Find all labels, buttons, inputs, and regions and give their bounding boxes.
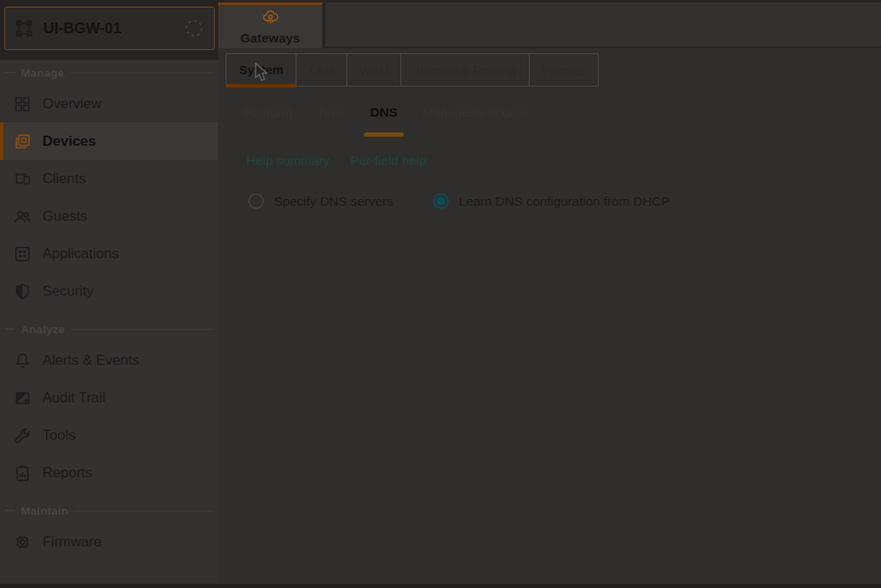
tab-policies[interactable]: Policies: [529, 53, 599, 87]
sidebar-item-label: Firmware: [42, 534, 102, 551]
sidebar-item-label: Security: [42, 283, 93, 300]
reports-clipboard-icon: [13, 464, 32, 482]
tab-gateways-label: Gateways: [241, 31, 301, 45]
main-content: System LAN WAN Tunnels & Routing Policie…: [218, 48, 881, 588]
loading-spinner-icon: [184, 18, 204, 38]
sidebar-item-label: Applications: [42, 246, 119, 262]
radio-label: Specify DNS servers: [274, 194, 393, 209]
clients-icon: [13, 170, 32, 188]
device-selector[interactable]: UI-BGW-01: [4, 7, 215, 50]
sidebar-item-firmware[interactable]: Firmware: [0, 523, 218, 561]
section-divider: [70, 72, 213, 73]
subtab-management-user[interactable]: Management User: [422, 103, 529, 122]
sidebar-item-label: Devices: [42, 133, 96, 150]
section-header-analyze: Analyze: [0, 316, 218, 341]
nav-group-maintain: Firmware: [0, 523, 218, 561]
section-label: Manage: [21, 67, 64, 79]
security-shield-icon: [13, 282, 32, 301]
section-divider: [5, 510, 15, 511]
sidebar-item-label: Clients: [42, 171, 86, 187]
dns-mode-radio-group: Specify DNS servers Learn DNS configurat…: [248, 193, 669, 209]
sidebar-item-devices[interactable]: Devices: [0, 122, 218, 160]
radio-circle-icon: [433, 193, 449, 209]
sidebar-item-label: Reports: [42, 465, 92, 481]
applications-icon: [13, 245, 32, 263]
subtab-platform[interactable]: Platform: [244, 103, 292, 122]
gateway-tabs: System LAN WAN Tunnels & Routing Policie…: [226, 53, 599, 87]
section-header-maintain: Maintain: [0, 498, 218, 523]
bottom-edge: [0, 584, 881, 588]
devices-icon: [13, 132, 32, 151]
tools-wrench-icon: [13, 426, 32, 445]
radio-circle-icon: [248, 193, 264, 209]
sidebar-item-label: Tools: [42, 427, 76, 444]
sidebar-item-label: Alerts & Events: [42, 352, 139, 369]
firmware-chip-icon: [13, 533, 32, 551]
radio-specify-dns-servers[interactable]: Specify DNS servers: [248, 193, 393, 209]
sidebar-item-guests[interactable]: Guests: [0, 197, 218, 235]
tab-wan[interactable]: WAN: [346, 53, 401, 87]
radio-learn-dns-from-dhcp[interactable]: Learn DNS configuration from DHCP: [433, 193, 669, 209]
system-subtabs: Platform Time DNS Management User: [244, 103, 529, 122]
sidebar: UI-BGW-01 Manage: [0, 0, 218, 584]
tab-system[interactable]: System: [226, 53, 296, 87]
topbar: Gateways: [218, 0, 881, 48]
per-field-help-link[interactable]: Per-field help: [351, 153, 426, 168]
sidebar-nav: Manage Overview: [0, 60, 218, 561]
sidebar-item-security[interactable]: Security: [0, 272, 218, 310]
section-label: Analyze: [21, 323, 65, 336]
guests-icon: [13, 207, 32, 226]
sidebar-item-reports[interactable]: Reports: [0, 454, 218, 491]
section-divider: [74, 511, 213, 511]
subtab-time[interactable]: Time: [317, 103, 346, 122]
sidebar-item-applications[interactable]: Applications: [0, 235, 218, 272]
device-name: UI-BGW-01: [43, 20, 174, 37]
app-window: UI-BGW-01 Manage: [0, 0, 881, 588]
overview-grid-icon: [13, 95, 32, 113]
tab-gateways[interactable]: Gateways: [218, 2, 322, 48]
section-divider: [5, 328, 15, 330]
section-label: Maintain: [21, 505, 68, 517]
alerts-bell-icon: [13, 351, 32, 370]
tab-lan[interactable]: LAN: [296, 53, 346, 87]
sidebar-item-clients[interactable]: Clients: [0, 160, 218, 197]
sidebar-item-alerts-events[interactable]: Alerts & Events: [0, 341, 218, 379]
tab-tunnels-routing[interactable]: Tunnels & Routing: [401, 53, 530, 87]
radio-label: Learn DNS configuration from DHCP: [459, 194, 669, 209]
sidebar-item-tools[interactable]: Tools: [0, 416, 218, 454]
help-links: Help summary Per-field help: [246, 153, 426, 168]
section-header-manage: Manage: [0, 60, 218, 85]
sidebar-item-label: Audit Trail: [42, 390, 106, 406]
sidebar-item-label: Guests: [42, 208, 87, 225]
sidebar-item-overview[interactable]: Overview: [0, 85, 218, 122]
help-summary-link[interactable]: Help summary: [246, 153, 330, 168]
audit-trail-icon: [13, 389, 32, 407]
gateway-cloud-icon: [261, 8, 281, 28]
nav-group-analyze: Alerts & Events Audit Trail: [0, 341, 218, 491]
sidebar-item-audit-trail[interactable]: Audit Trail: [0, 379, 218, 416]
site-selection-icon: [15, 19, 33, 37]
section-divider: [71, 329, 213, 330]
subtab-dns[interactable]: DNS: [371, 103, 398, 122]
sidebar-header: UI-BGW-01: [0, 0, 218, 60]
nav-group-manage: Overview Devices: [0, 85, 218, 310]
topbar-empty-strip: [326, 2, 881, 47]
sidebar-item-label: Overview: [42, 96, 102, 112]
section-divider: [5, 72, 15, 73]
